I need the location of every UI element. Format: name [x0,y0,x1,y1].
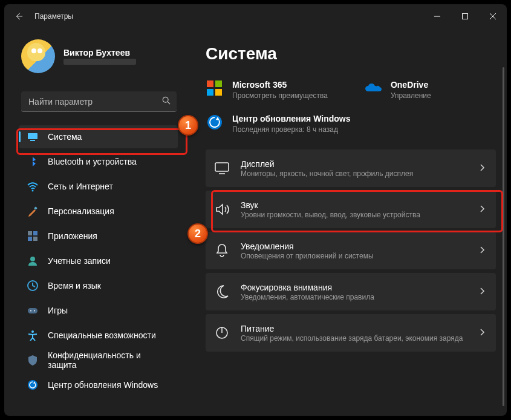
system-icon [27,131,38,142]
sidebar-item-wifi[interactable]: Сеть и Интернет [19,175,178,198]
list-item-sub: Уведомления, автоматические правила [241,293,469,301]
sound-icon [214,202,230,217]
minimize-button[interactable] [423,7,451,25]
sidebar-item-label: Сеть и Интернет [48,182,113,191]
annotation-badge-1: 1 [178,115,198,136]
time-icon [27,280,38,291]
close-button[interactable] [479,7,507,25]
svg-rect-6 [28,133,37,139]
sidebar-item-account[interactable]: Учетные записи [19,249,178,272]
avatar [21,39,55,73]
list-item-title: Звук [241,200,469,210]
svg-rect-23 [207,89,213,96]
settings-item-bell[interactable]: УведомленияОповещения от приложений и си… [206,232,496,269]
svg-rect-22 [215,80,222,87]
svg-point-19 [31,330,34,333]
svg-rect-10 [28,231,32,235]
titlebar: Параметры [4,4,507,28]
main-pane: Система Microsoft 365 Просмотреть преиму… [189,28,507,416]
sidebar-item-update[interactable]: Центр обновления Windows [19,373,178,396]
maximize-icon [462,13,468,19]
privacy-icon [27,355,38,366]
search-icon [162,96,171,107]
card-ms365[interactable]: Microsoft 365 Просмотреть преимущества [206,79,328,100]
scrollbar[interactable] [503,67,504,406]
svg-rect-24 [215,89,222,96]
search-input[interactable] [28,97,162,107]
svg-rect-7 [30,140,35,141]
settings-item-moon[interactable]: Фокусировка вниманияУведомления, автомат… [206,273,496,310]
settings-item-display[interactable]: ДисплейМониторы, яркость, ночной свет, п… [206,149,496,187]
svg-rect-11 [33,231,37,235]
search-box[interactable] [21,91,177,112]
chevron-right-icon [480,287,485,297]
sidebar-item-time[interactable]: Время и язык [19,274,178,297]
bluetooth-icon [27,156,38,167]
settings-item-power[interactable]: ПитаниеСпящий режим, использование заряд… [206,314,496,352]
list-item-title: Фокусировка внимания [241,283,469,292]
power-icon [214,325,230,341]
card-onedrive[interactable]: OneDrive Управление [364,79,431,100]
sidebar-item-label: Специальные возможности [48,330,156,340]
sidebar-item-system[interactable]: Система [19,125,178,148]
sidebar-item-bluetooth[interactable]: Bluetooth и устройства [19,150,178,173]
onedrive-icon [364,79,382,97]
sidebar-item-accessibility[interactable]: Специальные возможности [19,324,178,347]
profile-block[interactable]: Виктор Бухтеев [4,34,189,80]
brush-icon [27,206,38,217]
games-icon [27,305,38,316]
list-item-title: Питание [241,324,469,333]
sidebar-item-label: Конфиденциальность и защита [48,350,169,370]
svg-point-18 [34,310,35,312]
annotation-badge-2: 2 [187,223,208,244]
list-item-title: Уведомления [241,241,469,251]
apps-icon [27,231,38,241]
sidebar-item-label: Приложения [48,231,97,241]
list-item-sub: Спящий режим, использование заряда батар… [241,334,469,343]
card-title: Центр обновления Windows [232,113,351,124]
update-icon [27,379,38,390]
sidebar: Виктор Бухтеев СистемаBluetooth и устрой… [4,28,189,416]
sidebar-item-label: Bluetooth и устройства [48,157,137,166]
display-icon [214,160,230,176]
svg-rect-16 [28,308,37,313]
page-title: Система [206,44,496,64]
card-title: OneDrive [391,79,431,90]
sidebar-item-apps[interactable]: Приложения [19,225,178,248]
sidebar-item-games[interactable]: Игры [19,299,178,322]
sidebar-item-brush[interactable]: Персонализация [19,200,178,223]
bell-icon [214,243,230,258]
account-icon [27,255,38,266]
svg-line-5 [168,102,170,104]
svg-point-4 [163,97,168,102]
chevron-right-icon [480,205,485,214]
close-icon [490,13,496,19]
ms365-icon [206,79,224,97]
window-controls [423,7,507,25]
chevron-right-icon [480,246,485,255]
minimize-icon [434,13,440,19]
chevron-right-icon [480,164,485,173]
sidebar-item-label: Центр обновления Windows [48,380,158,390]
svg-rect-21 [207,80,213,87]
sidebar-item-privacy[interactable]: Конфиденциальность и защита [19,349,178,372]
profile-email [63,59,136,65]
sidebar-item-label: Учетные записи [48,256,111,266]
nav: СистемаBluetooth и устройстваСеть и Инте… [4,123,189,396]
settings-list: ДисплейМониторы, яркость, ночной свет, п… [206,149,496,352]
card-windows-update[interactable]: Центр обновления Windows Последняя прове… [206,113,496,134]
maximize-button[interactable] [451,7,479,25]
update-icon [206,113,224,131]
card-sub: Просмотреть преимущества [232,91,328,100]
svg-point-8 [32,190,34,192]
list-item-sub: Мониторы, яркость, ночной свет, профиль … [241,169,469,178]
list-item-sub: Уровни громкости, вывод, ввод, звуковые … [241,211,469,219]
sidebar-item-label: Система [48,132,82,142]
list-item-title: Дисплей [241,159,469,169]
svg-rect-13 [33,237,37,241]
settings-window: Параметры Виктор Бухтеев Систе [4,4,507,416]
settings-item-sound[interactable]: ЗвукУровни громкости, вывод, ввод, звуко… [206,191,496,228]
svg-point-14 [30,257,35,261]
sidebar-item-label: Время и язык [48,281,101,290]
back-button[interactable] [9,7,28,26]
